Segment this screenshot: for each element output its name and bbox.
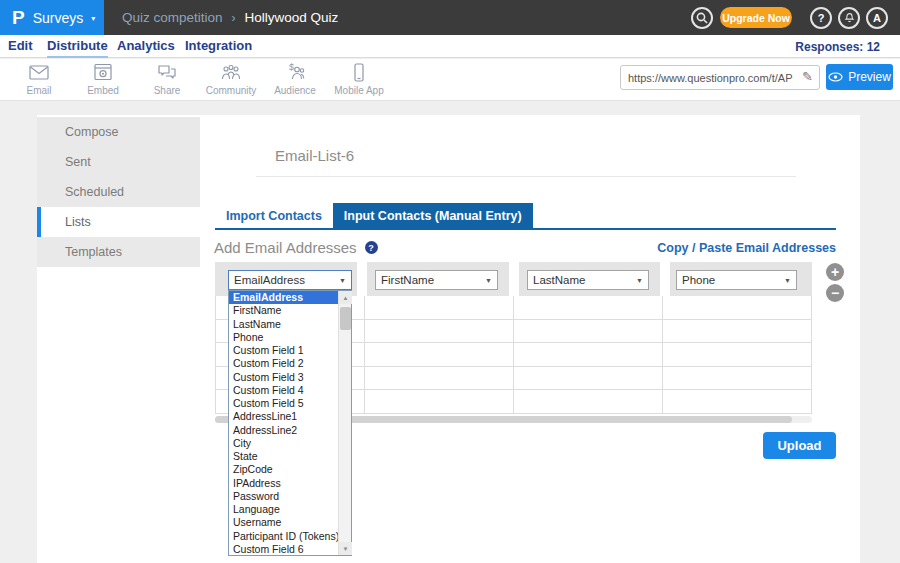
nav-item-analytics[interactable]: Analytics [117, 38, 175, 56]
title-divider [256, 176, 796, 177]
edit-url-icon[interactable]: ✎ [802, 69, 813, 84]
column-field-dropdown: EmailAddress FirstName LastName Phone Cu… [228, 290, 352, 556]
dropdown-option[interactable]: Username [229, 516, 338, 529]
dropdown-option[interactable]: LastName [229, 318, 338, 331]
questionpro-logo: P [12, 7, 25, 29]
dropdown-option[interactable]: ZipCode [229, 463, 338, 476]
audience-icon: $ [283, 61, 307, 84]
surveys-product-menu[interactable]: P Surveys ▾ [0, 0, 104, 35]
bell-icon [843, 12, 856, 25]
email-icon [27, 61, 51, 84]
preview-button[interactable]: Preview [826, 64, 893, 90]
entry-cell[interactable] [663, 390, 811, 413]
entry-cell[interactable] [365, 296, 514, 319]
add-row-button[interactable]: + [826, 263, 844, 281]
dropdown-option[interactable]: State [229, 450, 338, 463]
entry-cell[interactable] [663, 320, 811, 343]
toolbar-item-email[interactable]: Email [7, 61, 71, 96]
toolbar-item-community[interactable]: Community [199, 61, 263, 96]
breadcrumb-survey-name: Hollywood Quiz [245, 10, 339, 25]
tab-underline [215, 228, 836, 230]
sidebar-item-scheduled[interactable]: Scheduled [37, 177, 200, 207]
column-select-emailaddress[interactable]: EmailAddress ▼ [228, 270, 352, 290]
breadcrumb-folder[interactable]: Quiz competition [122, 10, 223, 25]
toolbar-item-audience[interactable]: $ Audience [263, 61, 327, 96]
dropdown-option[interactable]: City [229, 437, 338, 450]
dropdown-scrollbar[interactable]: ▲ ▼ [338, 291, 351, 555]
entry-cell[interactable] [663, 343, 811, 366]
dropdown-option[interactable]: Custom Field 5 [229, 397, 338, 410]
toolbar-label: Email [26, 85, 51, 96]
toolbar-item-embed[interactable]: Embed [71, 61, 135, 96]
dropdown-option[interactable]: Custom Field 6 [229, 543, 338, 555]
dropdown-option[interactable]: AddressLine1 [229, 410, 338, 423]
responses-count[interactable]: Responses: 12 [795, 40, 880, 54]
entry-cell[interactable] [514, 296, 663, 319]
dropdown-option[interactable]: Custom Field 2 [229, 357, 338, 370]
search-icon [696, 12, 708, 24]
entry-cell[interactable] [514, 367, 663, 390]
dropdown-option[interactable]: Custom Field 4 [229, 384, 338, 397]
dropdown-option[interactable]: Custom Field 1 [229, 344, 338, 357]
dropdown-option[interactable]: Phone [229, 331, 338, 344]
entry-cell[interactable] [663, 367, 811, 390]
nav-item-distribute[interactable]: Distribute [47, 38, 108, 58]
account-avatar[interactable]: A [866, 7, 888, 29]
dropdown-option[interactable]: Language [229, 503, 338, 516]
sidebar-item-sent[interactable]: Sent [37, 147, 200, 177]
dropdown-option[interactable]: AddressLine2 [229, 424, 338, 437]
dropdown-option[interactable]: Password [229, 490, 338, 503]
entry-cell[interactable] [514, 390, 663, 413]
column-select-lastname[interactable]: LastName ▼ [527, 270, 649, 290]
breadcrumb: Quiz competition › Hollywood Quiz [122, 0, 338, 35]
column-select-firstname[interactable]: FirstName ▼ [375, 270, 498, 290]
sidebar-item-lists[interactable]: Lists [37, 207, 200, 237]
toolbar-item-share[interactable]: Share [135, 61, 199, 96]
tab-input-contacts-manual-entry[interactable]: Input Contacts (Manual Entry) [333, 203, 533, 228]
preview-label: Preview [848, 70, 891, 84]
nav-item-integration[interactable]: Integration [185, 38, 252, 56]
embed-icon [91, 61, 115, 84]
entry-cell[interactable] [365, 390, 514, 413]
column-select-phone[interactable]: Phone ▼ [676, 270, 797, 290]
dropdown-scrollbar-thumb[interactable] [340, 307, 351, 330]
remove-row-button[interactable]: − [826, 284, 844, 302]
dropdown-option[interactable]: FirstName [229, 304, 338, 317]
toolbar-item-mobile-app[interactable]: Mobile App [327, 61, 391, 96]
entry-cell[interactable] [663, 296, 811, 319]
copy-paste-email-addresses-link[interactable]: Copy / Paste Email Addresses [657, 241, 836, 255]
dropdown-option[interactable]: Custom Field 3 [229, 371, 338, 384]
toolbar-label: Embed [87, 85, 119, 96]
add-email-addresses-heading: Add Email Addresses ? [214, 239, 378, 256]
upload-button[interactable]: Upload [763, 432, 836, 459]
upgrade-now-button[interactable]: Upgrade Now [720, 7, 792, 28]
contacts-tabs: Import Contacts Input Contacts (Manual E… [215, 203, 533, 228]
select-caret-icon: ▼ [339, 277, 346, 284]
dropdown-option-selected[interactable]: EmailAddress [229, 291, 338, 304]
sidebar-item-compose[interactable]: Compose [37, 117, 200, 147]
entry-cell[interactable] [365, 343, 514, 366]
help-button[interactable]: ? [810, 7, 832, 29]
entry-cell[interactable] [514, 320, 663, 343]
search-button[interactable] [691, 7, 713, 29]
scroll-down-icon[interactable]: ▼ [339, 542, 352, 555]
toolbar-label: Mobile App [334, 85, 383, 96]
entry-cell[interactable] [365, 320, 514, 343]
toolbar-label: Community [206, 85, 257, 96]
nav-item-edit[interactable]: Edit [8, 38, 33, 56]
toolbar-label: Audience [274, 85, 316, 96]
entry-cell[interactable] [365, 367, 514, 390]
dropdown-option[interactable]: IPAddress [229, 477, 338, 490]
select-caret-icon: ▼ [485, 277, 492, 284]
select-caret-icon: ▼ [636, 277, 643, 284]
sidebar-item-templates[interactable]: Templates [37, 237, 200, 267]
tab-import-contacts[interactable]: Import Contacts [215, 203, 333, 228]
breadcrumb-separator: › [232, 11, 236, 25]
scroll-up-icon[interactable]: ▲ [339, 291, 352, 304]
survey-url-input[interactable] [621, 66, 793, 89]
entry-cell[interactable] [514, 343, 663, 366]
help-icon[interactable]: ? [365, 241, 378, 254]
dropdown-option[interactable]: Participant ID (Tokens) [229, 530, 338, 543]
eye-icon [828, 72, 843, 82]
notifications-button[interactable] [838, 7, 860, 29]
